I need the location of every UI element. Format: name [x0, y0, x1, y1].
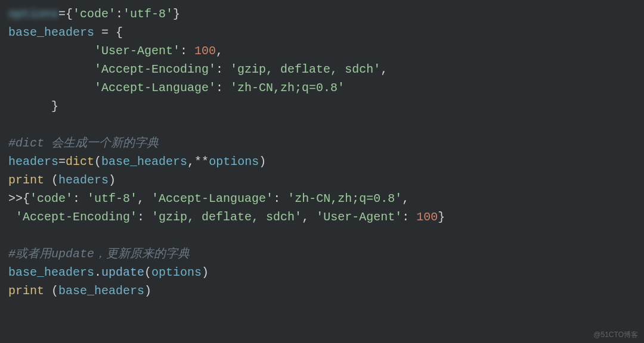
double-star: **: [194, 155, 209, 169]
close-brace: }: [438, 210, 445, 224]
separator: ,: [137, 192, 151, 205]
colon: :: [402, 210, 416, 224]
comma: ,: [187, 155, 194, 169]
number-literal: 100: [194, 44, 216, 58]
output-key: 'User-Agent': [316, 210, 402, 224]
close-paren: ): [109, 173, 116, 187]
close-paren: ): [259, 155, 266, 169]
colon: :: [116, 7, 123, 21]
indent: [8, 63, 94, 76]
colon: :: [73, 192, 87, 205]
colon: :: [216, 81, 230, 95]
print-func: print: [8, 284, 44, 298]
output-value: 'gzip, deflate, sdch': [151, 210, 302, 224]
close-brace: }: [51, 99, 58, 113]
dict-key: 'Accept-Language': [94, 81, 216, 95]
comma: ,: [216, 44, 223, 58]
output-number: 100: [416, 210, 438, 224]
argument: base_headers: [101, 155, 187, 169]
dot: .: [94, 266, 101, 279]
separator: ,: [402, 192, 409, 205]
comment: #或者用update，更新原来的字典: [8, 247, 190, 261]
indent: [8, 44, 94, 58]
comment: #dict 会生成一个新的字典: [8, 136, 159, 150]
colon: :: [216, 63, 230, 76]
argument: options: [209, 155, 259, 169]
string-literal: 'zh-CN,zh;q=0.8': [230, 81, 345, 95]
open-paren: (: [51, 284, 58, 298]
space: [44, 284, 51, 298]
indent: [8, 99, 51, 113]
method-call: update: [101, 266, 144, 279]
dict-key: 'Accept-Encoding': [94, 63, 216, 76]
output-key: 'code': [30, 192, 73, 205]
output-key: 'Accept-Encoding': [16, 210, 137, 224]
builtin-func: dict: [66, 155, 94, 169]
output-value: 'utf-8': [87, 192, 137, 205]
variable: headers: [8, 155, 58, 169]
dict-key: 'User-Agent': [94, 44, 180, 58]
open-paren: (: [51, 173, 58, 187]
print-func: print: [8, 173, 44, 187]
output-lead: [8, 210, 16, 224]
close-brace: }: [173, 7, 180, 21]
variable: base_headers: [8, 26, 94, 39]
variable: base_headers: [8, 266, 94, 279]
indent: [8, 81, 94, 95]
output-value: 'zh-CN,zh;q=0.8': [287, 192, 402, 205]
open-paren: (: [144, 266, 151, 279]
output-prompt: >>{: [8, 192, 30, 205]
comma: ,: [380, 63, 388, 76]
assign-op: = {: [94, 26, 123, 39]
space: [44, 173, 51, 187]
output-key: 'Accept-Language': [151, 192, 273, 205]
blank-line: [8, 229, 16, 242]
colon: :: [273, 192, 287, 205]
watermark: @51CTO博客: [593, 329, 638, 341]
code-block: options={'code':'utf-8'} base_headers = …: [8, 5, 636, 300]
blurred-var: options: [8, 7, 58, 21]
close-paren: ): [202, 266, 209, 279]
assign-op: ={: [58, 7, 73, 21]
argument: base_headers: [58, 284, 144, 298]
argument: headers: [58, 173, 109, 187]
colon: :: [137, 210, 151, 224]
separator: ,: [302, 210, 316, 224]
colon: :: [180, 44, 194, 58]
equals: =: [58, 155, 66, 169]
open-paren: (: [94, 155, 101, 169]
string-literal: 'gzip, deflate, sdch': [230, 63, 380, 76]
string-literal: 'utf-8': [123, 7, 173, 21]
close-paren: ): [144, 284, 151, 298]
blank-line: [8, 118, 16, 132]
argument: options: [151, 266, 202, 279]
string-literal: 'code': [73, 7, 116, 21]
